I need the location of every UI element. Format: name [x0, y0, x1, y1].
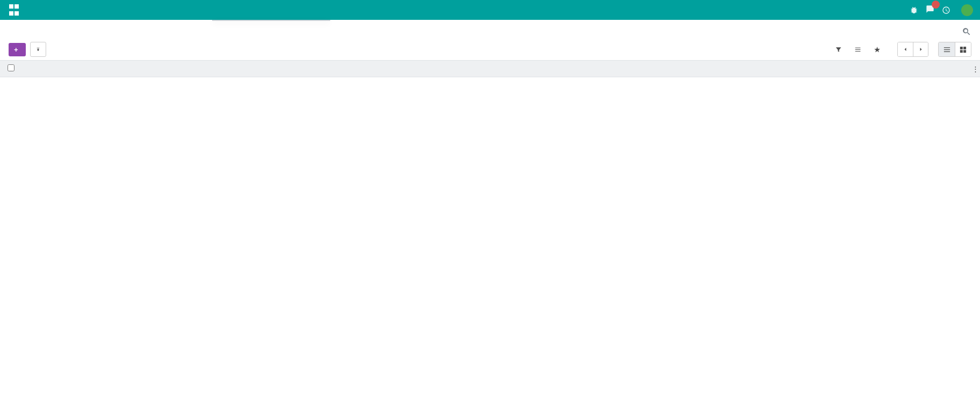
chevron-right-icon — [918, 46, 924, 53]
star-icon — [874, 46, 881, 53]
list-icon — [854, 46, 861, 53]
table-header-row: ⋮ — [0, 61, 980, 77]
list-view-icon — [943, 46, 951, 54]
avatar — [961, 4, 973, 16]
user-menu[interactable] — [961, 4, 977, 16]
systray — [910, 4, 980, 16]
header-symbol[interactable] — [135, 61, 235, 77]
bug-icon[interactable] — [910, 6, 918, 14]
header-current-rate[interactable] — [824, 61, 874, 77]
kanban-view-button[interactable] — [955, 42, 971, 56]
create-button[interactable]: + — [9, 43, 26, 56]
pager-prev[interactable] — [898, 42, 913, 56]
filter-icon — [835, 46, 842, 53]
plus-icon: + — [14, 46, 18, 54]
search-icon[interactable] — [962, 27, 971, 36]
search-input[interactable] — [553, 25, 962, 38]
header-name[interactable] — [235, 61, 615, 77]
kanban-view-icon — [959, 46, 967, 54]
top-navbar — [0, 0, 980, 20]
search-options — [835, 46, 883, 53]
currencies-table: ⋮ — [0, 61, 980, 77]
header-active[interactable] — [874, 61, 967, 77]
clock-icon[interactable] — [942, 6, 950, 14]
control-panel: + — [0, 20, 980, 61]
header-checkbox — [0, 61, 23, 77]
pager — [893, 42, 928, 57]
view-switcher — [938, 42, 971, 57]
filters-button[interactable] — [835, 46, 845, 53]
groupby-button[interactable] — [854, 46, 864, 53]
favorites-button[interactable] — [874, 46, 883, 53]
apps-icon[interactable] — [8, 4, 20, 17]
messages-button[interactable] — [926, 5, 934, 15]
download-icon — [36, 46, 40, 53]
header-last-update[interactable] — [615, 61, 824, 77]
notif-badge — [932, 1, 940, 9]
chevron-left-icon — [902, 46, 909, 53]
header-options[interactable]: ⋮ — [968, 61, 980, 77]
header-currency[interactable] — [23, 61, 135, 77]
pager-next[interactable] — [913, 42, 928, 56]
select-all-checkbox[interactable] — [8, 64, 14, 71]
list-view-button[interactable] — [939, 42, 955, 56]
configuration-dropdown — [212, 20, 330, 21]
import-button[interactable] — [30, 42, 46, 57]
